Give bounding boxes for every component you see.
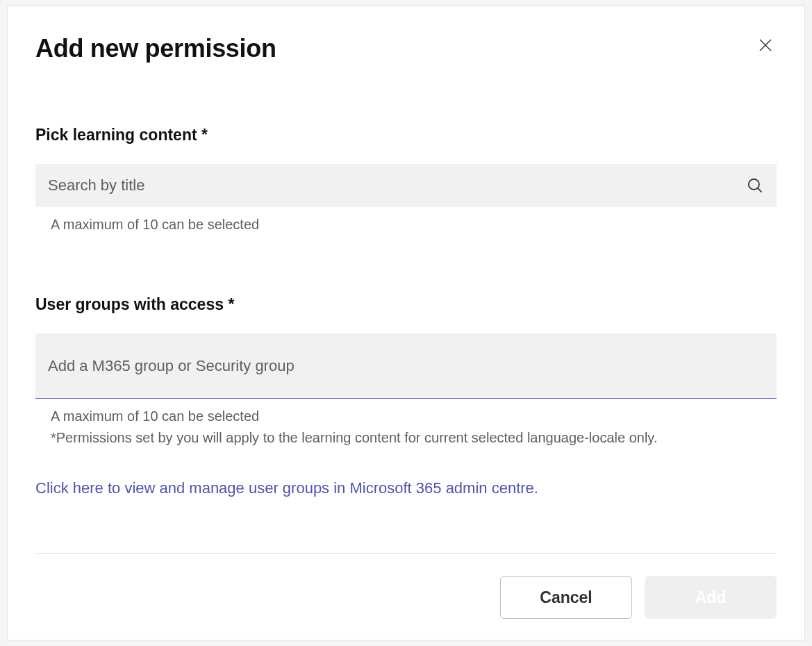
search-wrapper: [35, 164, 777, 207]
content-search-input[interactable]: [35, 164, 777, 207]
content-helper-text: A maximum of 10 can be selected: [35, 217, 777, 233]
add-button[interactable]: Add: [645, 576, 777, 619]
close-icon: [757, 37, 774, 53]
panel-title: Add new permission: [35, 34, 276, 63]
pick-content-label: Pick learning content *: [35, 126, 777, 144]
user-groups-section: User groups with access * A maximum of 1…: [35, 295, 777, 497]
user-groups-label: User groups with access *: [35, 295, 777, 314]
pick-content-section: Pick learning content * A maximum of 10 …: [35, 126, 777, 233]
add-permission-panel: Add new permission Pick learning content…: [7, 6, 805, 640]
panel-footer: Cancel Add: [35, 553, 777, 619]
manage-groups-link[interactable]: Click here to view and manage user group…: [35, 479, 538, 497]
groups-note-text: *Permissions set by you will apply to th…: [35, 430, 777, 446]
cancel-button[interactable]: Cancel: [500, 576, 632, 619]
user-groups-input[interactable]: [35, 333, 777, 399]
close-button[interactable]: [754, 34, 777, 56]
panel-header: Add new permission: [35, 34, 777, 63]
groups-helper-text: A maximum of 10 can be selected: [35, 408, 777, 424]
